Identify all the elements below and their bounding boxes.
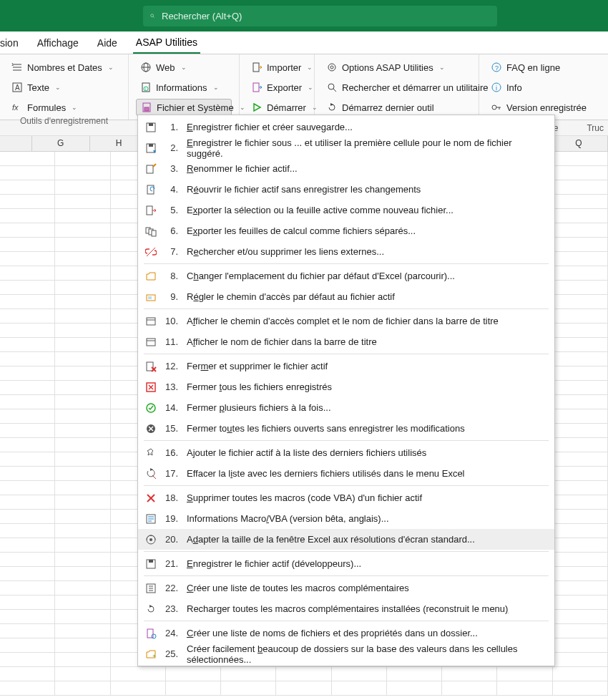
menu-item-23[interactable]: 23.Recharger toutes les macros complémen…	[138, 598, 554, 619]
col-header-g[interactable]: G	[32, 136, 90, 151]
nombres-et-dates-button[interactable]: 1 Nombres et Dates⌄	[7, 59, 121, 76]
texte-button[interactable]: A Texte⌄	[7, 79, 121, 96]
cell[interactable]	[55, 281, 110, 295]
version-button[interactable]: Version enregistrée	[486, 99, 597, 116]
cell[interactable]	[55, 409, 110, 424]
cell[interactable]	[553, 624, 608, 638]
cell[interactable]	[553, 223, 608, 238]
cell[interactable]	[276, 681, 331, 696]
cell[interactable]	[553, 481, 608, 495]
cell[interactable]	[553, 252, 608, 266]
exporter-button[interactable]: Exporter⌄	[247, 79, 307, 96]
cell[interactable]	[55, 152, 110, 166]
cell[interactable]	[0, 510, 55, 524]
cell[interactable]	[55, 266, 110, 281]
menu-item-16[interactable]: 16.Ajouter le fichier actif à la liste d…	[138, 442, 554, 463]
cell[interactable]	[55, 395, 110, 409]
demarrez-dernier-button[interactable]: Démarrez dernier outil	[322, 99, 471, 116]
cell[interactable]	[553, 424, 608, 438]
cell[interactable]	[553, 553, 608, 567]
cell[interactable]	[0, 524, 55, 538]
cell[interactable]	[0, 223, 55, 238]
menu-item-17[interactable]: 17.Effacer la liste avec les derniers fi…	[138, 463, 554, 484]
cell[interactable]	[553, 352, 608, 366]
cell[interactable]	[553, 366, 608, 381]
cell[interactable]	[0, 438, 55, 452]
cell[interactable]	[0, 481, 55, 495]
cell[interactable]	[55, 195, 110, 209]
cell[interactable]	[111, 681, 166, 696]
cell[interactable]	[55, 610, 110, 624]
cell[interactable]	[221, 681, 276, 696]
cell[interactable]	[497, 681, 552, 696]
cell[interactable]	[55, 510, 110, 524]
menu-item-4[interactable]: 4.Réouvrir le fichier actif sans enregis…	[138, 179, 554, 200]
col-header[interactable]	[0, 136, 32, 151]
menu-item-6[interactable]: 6.Exporter les feuilles de calcul comme …	[138, 220, 554, 241]
cell[interactable]	[55, 424, 110, 438]
cell[interactable]	[553, 338, 608, 352]
menu-item-10[interactable]: 10.Afficher le chemin d'accès complet et…	[138, 311, 554, 331]
cell[interactable]	[55, 438, 110, 452]
tab-affichage[interactable]: Affichage	[34, 33, 82, 53]
cell[interactable]	[55, 366, 110, 381]
cell[interactable]	[553, 209, 608, 223]
tab-asap-utilities[interactable]: ASAP Utilities	[133, 32, 200, 54]
cell[interactable]	[0, 567, 55, 581]
cell[interactable]	[55, 338, 110, 352]
cell[interactable]	[442, 681, 497, 696]
cell[interactable]	[55, 638, 110, 653]
search-box[interactable]: Rechercher (Alt+Q)	[143, 6, 497, 26]
cell[interactable]	[166, 667, 221, 681]
cell[interactable]	[553, 166, 608, 180]
cell[interactable]	[0, 610, 55, 624]
menu-item-3[interactable]: 3.Renommer le fichier actif...	[138, 158, 554, 179]
cell[interactable]	[0, 495, 55, 510]
cell[interactable]	[0, 381, 55, 395]
menu-item-11[interactable]: 11.Afficher le nom de fichier dans la ba…	[138, 331, 554, 352]
cell[interactable]	[497, 667, 552, 681]
cell[interactable]	[0, 352, 55, 366]
cell[interactable]	[55, 295, 110, 309]
menu-item-7[interactable]: 7.Rechercher et/ou supprimer les liens e…	[138, 241, 554, 262]
cell[interactable]	[55, 681, 110, 696]
importer-button[interactable]: Importer⌄	[247, 59, 307, 76]
cell[interactable]	[55, 538, 110, 553]
cell[interactable]	[0, 538, 55, 553]
cell[interactable]	[55, 467, 110, 481]
menu-item-25[interactable]: +25.Créer facilement beaucoup de dossier…	[138, 643, 554, 664]
cell[interactable]	[55, 166, 110, 180]
cell[interactable]	[553, 395, 608, 409]
cell[interactable]	[553, 324, 608, 338]
cell[interactable]	[55, 309, 110, 324]
cell[interactable]	[553, 452, 608, 467]
cell[interactable]	[55, 667, 110, 681]
cell[interactable]	[553, 596, 608, 610]
cell[interactable]	[55, 180, 110, 195]
menu-item-12[interactable]: 12.Fermer et supprimer le fichier actif	[138, 356, 554, 376]
cell[interactable]	[55, 252, 110, 266]
cell[interactable]	[553, 610, 608, 624]
cell[interactable]	[0, 309, 55, 324]
cell[interactable]	[553, 195, 608, 209]
cell[interactable]	[55, 524, 110, 538]
cell[interactable]	[0, 180, 55, 195]
cell[interactable]	[0, 209, 55, 223]
fichier-et-systeme-button[interactable]: Fichier et Système⌄	[136, 99, 232, 116]
cell[interactable]	[0, 395, 55, 409]
cell[interactable]	[55, 495, 110, 510]
cell[interactable]	[0, 166, 55, 180]
menu-item-22[interactable]: 22.Créer une liste de toutes les macros …	[138, 578, 554, 598]
cell[interactable]	[553, 638, 608, 653]
cell[interactable]	[0, 596, 55, 610]
cell[interactable]	[553, 495, 608, 510]
cell[interactable]	[0, 553, 55, 567]
cell[interactable]	[0, 424, 55, 438]
cell[interactable]	[553, 467, 608, 481]
cell[interactable]	[276, 667, 331, 681]
cell[interactable]	[0, 366, 55, 381]
cell[interactable]	[0, 295, 55, 309]
cell[interactable]	[553, 538, 608, 553]
cell[interactable]	[55, 624, 110, 638]
cell[interactable]	[221, 667, 276, 681]
